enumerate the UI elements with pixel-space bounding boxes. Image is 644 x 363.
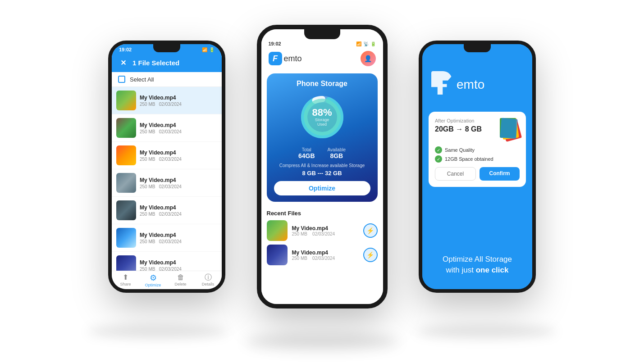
file-name: My Video.mp4: [140, 232, 217, 238]
optimization-icon: [495, 118, 520, 143]
file-item[interactable]: My Video.mp4 250 MB 02/03/2024: [112, 114, 222, 142]
check-same-quality: ✓ Same Quality: [435, 146, 520, 154]
center-notch: [304, 29, 340, 39]
file-name: My Video.mp4: [140, 177, 217, 183]
nav-share[interactable]: ⬆ Share: [112, 274, 139, 287]
left-header: ✕ 1 File Selected: [112, 54, 222, 72]
right-shadow: [416, 325, 556, 338]
file-name: My Video.mp4: [140, 122, 217, 128]
compress-action-icon[interactable]: ⚡: [363, 223, 378, 238]
right-notch: [464, 44, 491, 52]
file-list: My Video.mp4 250 MB 02/03/2024 My Video.…: [112, 87, 222, 279]
storage-percent: 88%: [310, 108, 334, 118]
file-thumbnail: [116, 200, 136, 220]
cancel-button[interactable]: Cancel: [435, 167, 476, 181]
compress-action-icon-2[interactable]: ⚡: [363, 248, 378, 262]
file-thumbnail: [116, 91, 136, 110]
check-icon-2: ✓: [435, 155, 442, 163]
logo-icon: F: [269, 52, 282, 65]
close-button[interactable]: ✕: [118, 58, 128, 68]
right-logo: emto: [431, 71, 484, 98]
nav-details[interactable]: ⓘ Details: [194, 274, 222, 287]
file-meta: 250 MB 02/03/2024: [140, 157, 217, 162]
nav-share-label: Share: [120, 282, 131, 286]
file-item[interactable]: My Video.mp4 250 MB 02/03/2024: [112, 197, 222, 224]
center-shadow: [246, 334, 399, 349]
recent-file-item[interactable]: My Video.mp4 250 MB 02/03/2024 ⚡: [267, 245, 378, 265]
center-header: F emto 👤: [261, 47, 383, 70]
file-name: My Video.mp4: [140, 204, 217, 211]
user-avatar[interactable]: 👤: [361, 51, 376, 66]
bottom-nav: ⬆ Share ⚙ Optimize 🗑 Delete ⓘ Details: [112, 271, 222, 289]
share-icon: ⬆: [123, 274, 128, 281]
right-tagline-section: Optimize All Storage with just one click: [422, 254, 532, 276]
recent-file-meta: 250 MB 02/03/2024: [292, 256, 359, 261]
check-icon: ✓: [435, 146, 442, 154]
recent-thumbnail: [267, 245, 288, 265]
left-shadow: [88, 325, 228, 338]
left-battery-icon: 🔋: [209, 47, 215, 52]
recent-file-item[interactable]: My Video.mp4 250 MB 02/03/2024 ⚡: [267, 220, 378, 241]
available-label: Available: [328, 147, 346, 152]
file-name: My Video.mp4: [140, 259, 217, 266]
center-signal-icon: 📡: [363, 41, 369, 46]
file-info: My Video.mp4 250 MB 02/03/2024: [140, 150, 217, 162]
available-value: 8GB: [328, 152, 346, 159]
file-info: My Video.mp4 250 MB 02/03/2024: [140, 95, 217, 107]
available-stat: Available 8GB: [328, 147, 346, 159]
tagline-text-2: with just: [446, 266, 476, 274]
donut-chart: 88% Storage Used: [297, 92, 347, 142]
file-thumbnail: [116, 173, 136, 193]
left-phone-screen: 19:02 📶 🔋 ✕ 1 File Selected Select All: [112, 44, 222, 289]
selection-title: 1 File Selected: [132, 59, 179, 67]
file-item[interactable]: My Video.mp4 250 MB 02/03/2024: [112, 142, 222, 169]
file-info: My Video.mp4 250 MB 02/03/2024: [140, 177, 217, 189]
check-label-2: 12GB Space obtained: [445, 156, 493, 162]
recent-files-title: Recent Files: [267, 210, 378, 217]
optimization-card: After Optimization 20GB → 8 GB ✓ Same: [429, 112, 526, 187]
file-thumbnail: [116, 228, 136, 248]
center-battery-icon: 🔋: [370, 41, 376, 46]
recent-file-name: My Video.mp4: [292, 225, 359, 231]
optimize-button[interactable]: Optimize: [274, 181, 370, 195]
file-meta: 250 MB 02/03/2024: [140, 184, 217, 189]
nav-optimize[interactable]: ⚙ Optimize: [139, 274, 167, 287]
file-thumbnail: [116, 118, 136, 138]
center-phone-screen: 19:02 📶 📡 🔋 F emto 👤 Phone Storage: [261, 29, 383, 304]
donut-center: 88% Storage Used: [310, 108, 334, 127]
recent-file-info: My Video.mp4 250 MB 02/03/2024: [292, 250, 359, 261]
file-meta: 250 MB 02/03/2024: [140, 212, 217, 217]
logo: F emto: [269, 52, 302, 65]
right-logo-icon: [431, 71, 455, 98]
storage-stats: Total 64GB Available 8GB: [274, 147, 370, 159]
file-info: My Video.mp4 250 MB 02/03/2024: [140, 259, 217, 272]
after-label: After Optimization: [435, 118, 482, 123]
left-phone: 19:02 📶 🔋 ✕ 1 File Selected Select All: [108, 41, 225, 293]
nav-delete[interactable]: 🗑 Delete: [167, 274, 194, 287]
recent-thumbnail: [267, 220, 288, 241]
storage-title: Phone Storage: [274, 80, 370, 88]
right-logo-section: emto: [422, 58, 532, 107]
size-change: 20GB → 8 GB: [435, 125, 482, 133]
compress-arrow: 8 GB --- 32 GB: [274, 170, 370, 177]
file-item[interactable]: My Video.mp4 250 MB 02/03/2024: [112, 169, 222, 197]
right-logo-text: emto: [457, 77, 484, 92]
right-phone: emto After Optimization 20GB → 8 GB: [419, 41, 536, 293]
nav-optimize-label: Optimize: [145, 283, 161, 287]
center-wifi-icon: 📶: [356, 41, 361, 46]
file-item[interactable]: My Video.mp4 250 MB 02/03/2024: [112, 87, 222, 114]
total-label: Total: [298, 147, 315, 152]
tagline-bold: one click: [476, 266, 509, 274]
recent-file-name: My Video.mp4: [292, 250, 359, 256]
select-all-checkbox[interactable]: [118, 76, 125, 83]
select-all-row[interactable]: Select All: [112, 72, 222, 87]
confirm-button[interactable]: Confirm: [480, 167, 520, 181]
file-info: My Video.mp4 250 MB 02/03/2024: [140, 122, 217, 134]
file-name: My Video.mp4: [140, 95, 217, 101]
phones-container: 19:02 📶 🔋 ✕ 1 File Selected Select All: [0, 0, 644, 363]
right-phone-screen: emto After Optimization 20GB → 8 GB: [422, 44, 532, 289]
nav-details-label: Details: [202, 282, 215, 286]
logo-text: emto: [284, 54, 302, 64]
file-item[interactable]: My Video.mp4 250 MB 02/03/2024: [112, 224, 222, 252]
storage-card: Phone Storage 88% Storag: [267, 73, 378, 202]
